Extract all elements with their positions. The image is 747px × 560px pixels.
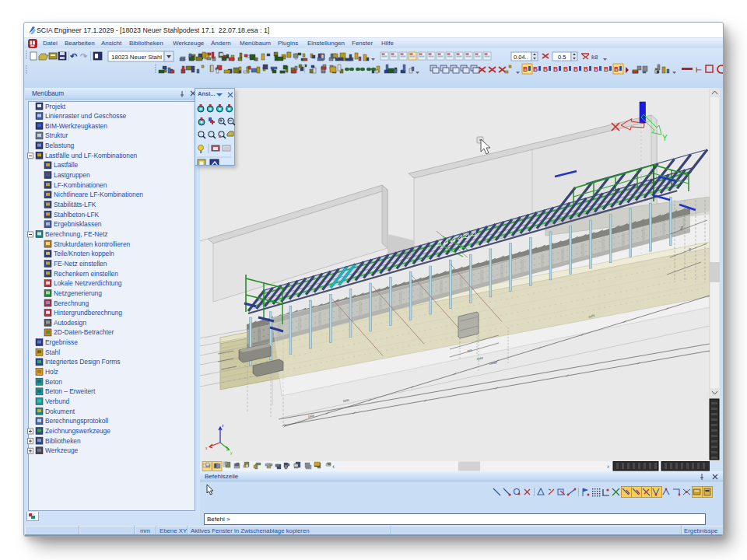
svg-text:Strukturdaten kontrollieren: Strukturdaten kontrollieren [54,240,131,248]
svg-text:Beton: Beton [45,378,62,386]
svg-text:Stahl: Stahl [45,348,60,356]
svg-text:Lastgruppen: Lastgruppen [54,171,90,179]
svg-text:›: › [607,463,609,471]
svg-text:Berechnung: Berechnung [54,299,89,307]
svg-text:B: B [573,65,578,73]
svg-text:B: B [533,65,538,73]
svg-text:Ergebnisse: Ergebnisse [45,338,78,346]
svg-text:Nichtlineare LF-Kombinationen: Nichtlineare LF-Kombinationen [54,191,143,198]
svg-text:B: B [523,65,528,73]
svg-text:BIM-Werkzeugkasten: BIM-Werkzeugkasten [45,122,107,130]
svg-text:Projekt: Projekt [45,103,66,110]
svg-text:B: B [584,65,588,73]
svg-text:Stahlbeton-LFK: Stahlbeton-LFK [54,211,100,219]
svg-text:⊢: ⊢ [696,66,702,74]
svg-text:Verbund: Verbund [45,397,70,405]
svg-text:B: B [604,65,608,73]
svg-text:Lastfälle und LF-Kombinationen: Lastfälle und LF-Kombinationen [45,152,138,159]
svg-text:ƙ8: ƙ8 [591,54,598,61]
svg-text:Dokument: Dokument [45,408,75,415]
svg-text:Stabilitäts-LFK: Stabilitäts-LFK [54,201,96,208]
svg-text:Linienraster und Geschosse: Linienraster und Geschosse [45,112,127,120]
svg-text:Beton – Erweitert: Beton – Erweitert [45,387,96,395]
svg-text:B: B [614,65,619,73]
svg-text:Netzgenerierung: Netzgenerierung [54,289,102,297]
svg-text:B: B [553,65,558,73]
svg-text:Rechenkern einstellen: Rechenkern einstellen [54,270,118,278]
svg-text:Struktur: Struktur [45,131,68,139]
svg-text:Ergebnisklassen: Ergebnisklassen [54,220,102,228]
svg-text:B: B [594,65,598,73]
svg-text:Werkzeuge: Werkzeuge [45,446,79,454]
svg-text:18023 Neuer Stahl: 18023 Neuer Stahl [111,54,162,61]
svg-text:Y: Y [662,134,668,142]
svg-text:Autodesign: Autodesign [54,319,86,327]
svg-text:FE-Netz einstellen: FE-Netz einstellen [54,260,107,268]
svg-text:Bibliotheken: Bibliotheken [45,437,81,445]
svg-text:Belastung: Belastung [45,142,75,149]
svg-text:LF-Kombinationen: LF-Kombinationen [54,181,107,189]
svg-text:↶: ↶ [69,51,78,61]
svg-text:Teile/Knoten koppeln: Teile/Knoten koppeln [54,250,114,257]
svg-text:Holz: Holz [45,368,58,376]
svg-text:Integriertes Design Forms: Integriertes Design Forms [45,358,120,366]
svg-text:0.04..: 0.04.. [514,54,528,61]
svg-text:0.5: 0.5 [558,54,566,61]
svg-text:B: B [563,65,568,73]
svg-text:↷: ↷ [80,51,88,61]
svg-text:Berechnungsprotokoll: Berechnungsprotokoll [45,417,108,425]
svg-text:Hintergrundberechnung: Hintergrundberechnung [54,309,122,317]
svg-text:Zeichnungswerkzeuge: Zeichnungswerkzeuge [45,427,110,435]
svg-text:B: B [543,65,548,73]
svg-text:Lokale Netzverdichtung: Lokale Netzverdichtung [54,279,122,287]
svg-text:Berechnung, FE-Netz: Berechnung, FE-Netz [45,230,108,238]
svg-text:Lastfälle: Lastfälle [54,161,79,169]
svg-text:‹: ‹ [332,463,335,471]
svg-text:2D-Daten-Betrachter: 2D-Daten-Betrachter [54,328,114,336]
